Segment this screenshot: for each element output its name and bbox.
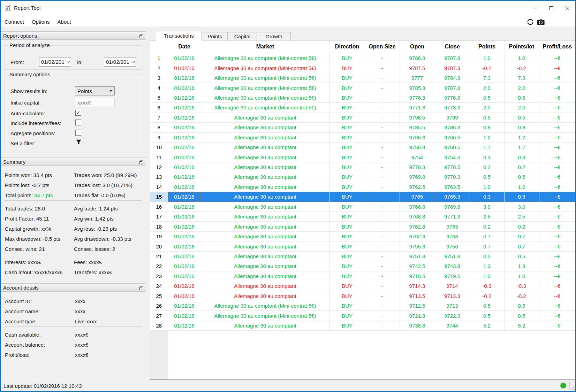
profit-loss-cell[interactable]: --€ xyxy=(539,103,576,113)
open-size-cell[interactable]: - xyxy=(365,53,400,63)
row-number[interactable]: 15 xyxy=(150,192,168,202)
points-cell[interactable]: 0.2 xyxy=(470,162,504,172)
close-button[interactable] xyxy=(559,1,575,15)
close-cell[interactable]: 9722.3 xyxy=(435,311,470,321)
close-cell[interactable]: 9773.3 xyxy=(435,103,470,113)
table-row[interactable]: 1901/02/16Allemagne 30 au comptantBUY-97… xyxy=(150,231,576,241)
market-cell[interactable]: Allemagne 30 au comptant xyxy=(201,172,329,182)
open-cell[interactable]: 9713.5 xyxy=(400,291,435,301)
table-row[interactable]: 1801/02/16Allemagne 30 au comptantBUY-97… xyxy=(150,222,576,231)
points-lot-cell[interactable]: 1.7 xyxy=(504,142,539,152)
date-cell[interactable]: 01/02/16 xyxy=(168,321,201,330)
row-number[interactable]: 22 xyxy=(150,261,168,271)
col-points-lot[interactable]: Points/lot xyxy=(504,40,539,53)
market-cell[interactable]: Allemagne 30 au comptant xyxy=(201,123,329,132)
close-cell[interactable]: 9713 xyxy=(435,301,470,310)
close-cell[interactable]: 9787.8 xyxy=(435,83,470,93)
profit-loss-cell[interactable]: --€ xyxy=(539,73,576,83)
open-cell[interactable]: 9769.8 xyxy=(400,172,435,182)
open-size-cell[interactable]: - xyxy=(365,93,400,102)
points-lot-cell[interactable]: 1.0 xyxy=(504,182,539,192)
open-size-cell[interactable]: - xyxy=(365,281,400,291)
show-results-select[interactable]: Points xyxy=(75,86,115,95)
row-number[interactable]: 1 xyxy=(150,53,168,63)
market-cell[interactable]: Allemagne 30 au comptant xyxy=(201,142,329,152)
col-open[interactable]: Open xyxy=(400,40,435,53)
points-cell[interactable]: 1.0 xyxy=(470,271,504,281)
points-lot-cell[interactable]: 0.5 xyxy=(504,311,539,321)
close-cell[interactable]: 9786.3 xyxy=(435,123,470,132)
points-cell[interactable]: 1.3 xyxy=(470,261,504,271)
date-cell[interactable]: 01/02/16 xyxy=(168,113,201,122)
float-panel-icon[interactable] xyxy=(139,160,143,164)
col-direction[interactable]: Direction xyxy=(329,40,365,53)
direction-cell[interactable]: BUY xyxy=(329,53,365,63)
menu-about[interactable]: About xyxy=(54,16,75,27)
points-cell[interactable]: -0.2 xyxy=(470,291,504,301)
open-cell[interactable]: 9777 xyxy=(400,73,435,83)
direction-cell[interactable]: BUY xyxy=(329,93,365,102)
tab-points[interactable]: Points xyxy=(202,32,228,40)
points-lot-cell[interactable]: 5.2 xyxy=(504,321,539,330)
table-row[interactable]: 2501/02/16Allemagne 30 au comptantBUY-97… xyxy=(150,291,576,301)
open-cell[interactable]: 9786.8 xyxy=(400,53,435,63)
points-lot-cell[interactable]: 2.5 xyxy=(504,212,539,222)
table-row[interactable]: 2801/02/16Allemagne 30 au comptantBUY-97… xyxy=(150,321,576,330)
close-cell[interactable]: 9770.3 xyxy=(435,172,470,182)
open-size-cell[interactable]: - xyxy=(365,152,400,162)
market-cell[interactable]: Allemagne 30 au comptant xyxy=(201,231,329,241)
close-cell[interactable]: 9771.3 xyxy=(435,212,470,222)
row-number[interactable]: 27 xyxy=(150,311,168,321)
date-cell[interactable]: 01/02/16 xyxy=(168,93,201,102)
open-cell[interactable]: 9755.3 xyxy=(400,241,435,251)
minimize-button[interactable] xyxy=(527,1,543,15)
points-lot-cell[interactable]: 0.5 xyxy=(504,113,539,122)
date-cell[interactable]: 01/02/16 xyxy=(168,162,201,172)
points-cell[interactable]: 0.8 xyxy=(470,123,504,132)
close-cell[interactable]: 9756 xyxy=(435,241,470,251)
market-cell[interactable]: Allemagne 30 au comptant (Mini-contrat 5… xyxy=(201,93,329,102)
profit-loss-cell[interactable]: --€ xyxy=(539,301,576,310)
profit-loss-cell[interactable]: --€ xyxy=(539,142,576,152)
open-cell[interactable]: 9721.8 xyxy=(400,311,435,321)
points-cell[interactable]: 0.7 xyxy=(470,241,504,251)
row-number[interactable]: 18 xyxy=(150,222,168,231)
table-row[interactable]: 2101/02/16Allemagne 30 au comptantBUY-97… xyxy=(150,251,576,261)
close-cell[interactable]: 9714 xyxy=(435,281,470,291)
close-cell[interactable]: 9763 xyxy=(435,231,470,241)
profit-loss-cell[interactable]: --€ xyxy=(539,63,576,73)
market-cell[interactable]: Allemagne 30 au comptant xyxy=(201,132,329,142)
menu-connect[interactable]: Connect xyxy=(1,16,28,27)
date-cell[interactable]: 01/02/16 xyxy=(168,172,201,182)
points-lot-cell[interactable]: 1.2 xyxy=(504,132,539,142)
direction-cell[interactable]: BUY xyxy=(329,281,365,291)
open-size-cell[interactable]: - xyxy=(365,311,400,321)
open-cell[interactable]: 9765 xyxy=(400,192,435,202)
open-cell[interactable]: 9718.5 xyxy=(400,271,435,281)
points-lot-cell[interactable]: 0.5 xyxy=(504,93,539,102)
market-cell[interactable]: Allemagne 30 au comptant xyxy=(201,182,329,192)
float-panel-icon[interactable] xyxy=(139,285,143,290)
open-cell[interactable]: 9776.3 xyxy=(400,93,435,102)
market-cell[interactable]: Allemagne 30 au comptant (Mini-contrat 5… xyxy=(201,53,329,63)
open-cell[interactable]: 9765.3 xyxy=(400,132,435,142)
close-cell[interactable]: 9751.8 xyxy=(435,251,470,261)
col-close[interactable]: Close xyxy=(435,40,470,53)
points-cell[interactable]: 0.5 xyxy=(470,301,504,310)
open-cell[interactable]: 9742.5 xyxy=(400,261,435,271)
resize-grip[interactable] xyxy=(570,386,575,391)
date-cell[interactable]: 01/02/16 xyxy=(168,73,201,83)
direction-cell[interactable]: BUY xyxy=(329,172,365,182)
screenshot-camera-icon[interactable] xyxy=(537,19,545,26)
profit-loss-cell[interactable]: --€ xyxy=(539,241,576,251)
open-size-cell[interactable]: - xyxy=(365,162,400,172)
direction-cell[interactable]: BUY xyxy=(329,261,365,271)
open-size-cell[interactable]: - xyxy=(365,222,400,231)
points-lot-cell[interactable]: 0.8 xyxy=(504,123,539,132)
market-cell[interactable]: Allemagne 30 au comptant xyxy=(201,271,329,281)
points-cell[interactable]: 0.5 xyxy=(470,172,504,182)
close-cell[interactable]: 9776.8 xyxy=(435,93,470,102)
profit-loss-cell[interactable]: --€ xyxy=(539,281,576,291)
direction-cell[interactable]: BUY xyxy=(329,321,365,330)
open-size-cell[interactable]: - xyxy=(365,113,400,122)
